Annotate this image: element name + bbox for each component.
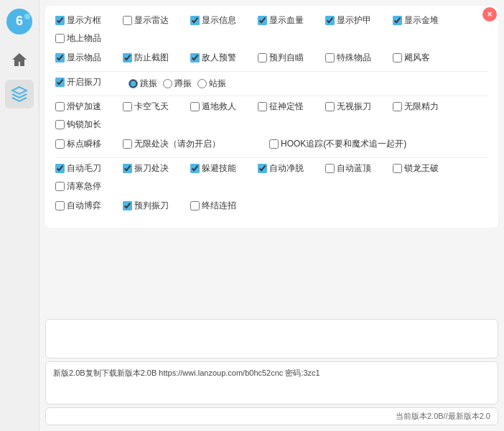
main-content: 显示方框 显示雷达 显示信息 显示血量 显示护甲 [39, 0, 504, 431]
sidebar-item-features[interactable] [5, 80, 34, 108]
main-window: × 6 [0, 0, 504, 431]
cb-predict-knife[interactable]: 预判振刀 [123, 200, 187, 212]
cb-slide-boost[interactable]: 滑铲加速 [55, 101, 120, 113]
cb-ground-rescue[interactable]: 遁地救人 [190, 101, 255, 113]
app-logo: 6 [5, 7, 34, 36]
empty-textarea[interactable] [45, 319, 498, 358]
cb-final-combo[interactable]: 终结连招 [190, 200, 255, 212]
display-options-panel: 显示方框 显示雷达 显示信息 显示血量 显示护甲 [45, 6, 498, 228]
jump-vibration-row: 开启振刀 跳振 蹲振 站振 [55, 76, 488, 91]
cb-air-fly[interactable]: 卡空飞天 [123, 101, 187, 113]
close-button[interactable]: × [482, 7, 497, 22]
cb-predict-aim[interactable]: 预判自瞄 [258, 52, 322, 64]
cb-auto-gamble[interactable]: 自动博弈 [55, 200, 120, 212]
svg-text:6: 6 [16, 14, 23, 28]
cb-knife-execute[interactable]: 振刀处决 [123, 162, 187, 175]
cb-enemy-warning[interactable]: 敌人预警 [190, 52, 255, 64]
auto-skill-row-2: 自动博弈 预判振刀 终结连招 [55, 200, 488, 215]
cb-display-armor[interactable]: 显示护甲 [325, 14, 390, 27]
version-status: 当前版本2.0B//最新版本2.0 [396, 412, 490, 420]
sidebar-item-home[interactable] [5, 45, 34, 74]
auto-skill-row-1: 自动毛刀 振刀处决 躲避技能 自动净脱 自动蓝顶 [55, 162, 488, 195]
bottom-area: 新版2.0B复制下载新版本2.0B https://wwi.lanzoup.co… [45, 319, 498, 425]
cb-stun-monster[interactable]: 征神定怪 [258, 101, 322, 113]
display-row-1: 显示方框 显示雷达 显示信息 显示血量 显示护甲 [55, 14, 488, 47]
status-bar: 当前版本2.0B//最新版本2.0 [45, 407, 498, 425]
cb-auto-blue-top[interactable]: 自动蓝顶 [325, 162, 390, 175]
cb-enable-vibration[interactable]: 开启振刀 [55, 76, 120, 88]
cb-infinite-execute[interactable]: 无限处决（请勿开启） [123, 138, 266, 150]
svg-point-2 [24, 14, 30, 19]
info-text: 新版2.0B复制下载新版本2.0B https://wwi.lanzoup.co… [53, 369, 320, 377]
cb-display-items[interactable]: 显示物品 [55, 52, 120, 64]
cb-ground-items[interactable]: 地上物品 [55, 32, 120, 45]
home-icon [11, 51, 28, 68]
cb-display-radar[interactable]: 显示雷达 [123, 14, 187, 27]
divider3 [55, 157, 488, 158]
cb-dodge-skill[interactable]: 躲避技能 [190, 162, 255, 175]
display-row-2: 显示物品 防止截图 敌人预警 预判自瞄 特殊物品 [55, 52, 488, 67]
cb-auto-escape[interactable]: 自动净脱 [258, 162, 322, 175]
close-icon: × [487, 9, 492, 19]
cb-lock-dragon[interactable]: 锁龙王破 [393, 162, 457, 175]
divider2 [55, 96, 488, 96]
cb-display-gold[interactable]: 显示金堆 [393, 14, 457, 27]
sidebar: 6 [0, 0, 39, 431]
cb-auto-knife[interactable]: 自动毛刀 [55, 162, 120, 175]
cb-teleport[interactable]: 标点瞬移 [55, 138, 120, 150]
cube-icon [11, 85, 28, 103]
cb-extend-hook[interactable]: 钩锁加长 [55, 119, 120, 131]
cb-display-frame[interactable]: 显示方框 [55, 14, 120, 27]
ability-row-1: 滑铲加速 卡空飞天 遁地救人 征神定怪 无视振刀 [55, 101, 488, 134]
cb-hook-track[interactable]: HOOK追踪(不要和魔术追一起开) [269, 138, 470, 150]
info-box: 新版2.0B复制下载新版本2.0B https://wwi.lanzoup.co… [45, 361, 498, 404]
radio-jump[interactable]: 跳振 [129, 78, 157, 90]
radio-squat[interactable]: 蹲振 [163, 78, 192, 90]
cb-cold-stop[interactable]: 清寒急停 [55, 180, 120, 193]
radio-stand[interactable]: 站振 [197, 78, 226, 90]
cb-special-items[interactable]: 特殊物品 [325, 52, 390, 64]
ability-row-2: 标点瞬移 无限处决（请勿开启） HOOK追踪(不要和魔术追一起开) [55, 138, 488, 153]
cb-ignore-knife[interactable]: 无视振刀 [325, 101, 390, 113]
divider1 [55, 71, 488, 72]
cb-display-info[interactable]: 显示信息 [190, 14, 255, 27]
cb-prevent-screenshot[interactable]: 防止截图 [123, 52, 187, 64]
cb-display-health[interactable]: 显示血量 [258, 14, 322, 27]
cb-hurricane[interactable]: 飓风客 [393, 52, 457, 64]
cb-infinite-stamina[interactable]: 无限精力 [393, 101, 457, 113]
